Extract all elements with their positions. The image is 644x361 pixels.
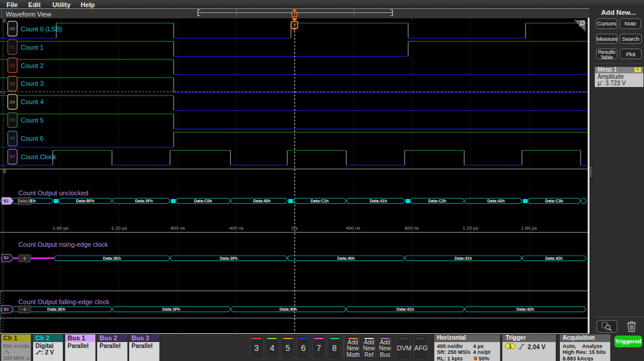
- svg-text:Count 6: Count 6: [21, 135, 44, 142]
- svg-text:Data:C1h: Data:C1h: [310, 199, 329, 203]
- svg-text:D3: D3: [10, 82, 15, 86]
- svg-text:Data:42h: Data:42h: [517, 307, 534, 311]
- svg-text:Data:3Eh: Data:3Eh: [47, 307, 65, 311]
- svg-text:Count Output rising-edge clock: Count Output rising-edge clock: [18, 241, 108, 248]
- svg-text:T: T: [293, 22, 296, 28]
- svg-text:D5: D5: [10, 118, 15, 122]
- svg-text:D2: D2: [10, 63, 15, 67]
- svg-text:B3: B3: [4, 307, 9, 311]
- svg-text:1.60 µs: 1.60 µs: [521, 225, 537, 231]
- svg-text:Data:BFh: Data:BFh: [76, 199, 94, 203]
- svg-text:-1.60 µs: -1.60 µs: [51, 225, 68, 231]
- svg-text:B1: B1: [4, 199, 9, 203]
- svg-text:Data:3Fh: Data:3Fh: [162, 307, 180, 311]
- svg-text:-800 ns: -800 ns: [169, 225, 185, 231]
- svg-text:T: T: [293, 12, 296, 17]
- svg-text:Data:41h: Data:41h: [454, 256, 472, 260]
- svg-text:Data:42h: Data:42h: [487, 199, 505, 203]
- svg-text:Count 0 (LSB): Count 0 (LSB): [21, 25, 62, 33]
- svg-text:400 ns: 400 ns: [346, 225, 360, 231]
- svg-text:Count 4: Count 4: [21, 98, 44, 105]
- svg-text:-1.20 µs: -1.20 µs: [110, 225, 127, 231]
- svg-text:Data:41h: Data:41h: [370, 199, 387, 203]
- svg-text:-400 ns: -400 ns: [228, 225, 244, 231]
- svg-text:Count Output falling-edge cloc: Count Output falling-edge clock: [18, 298, 110, 305]
- svg-text:Count 2: Count 2: [21, 62, 44, 69]
- svg-text:D4: D4: [10, 100, 15, 104]
- svg-text:Count 1: Count 1: [21, 44, 44, 51]
- svg-text:Data:40h: Data:40h: [253, 199, 271, 203]
- svg-text:D7: D7: [10, 154, 15, 159]
- svg-text:Data:42h: Data:42h: [545, 256, 563, 260]
- svg-text:Count Clock: Count Clock: [21, 153, 56, 160]
- svg-text:D0: D0: [10, 27, 15, 31]
- svg-text:Count Output unclocked: Count Output unclocked: [18, 189, 88, 196]
- svg-text:Data:C0h: Data:C0h: [194, 199, 212, 203]
- svg-text:B2: B2: [4, 256, 9, 260]
- svg-text:Data:40h: Data:40h: [337, 256, 355, 260]
- svg-text:0 s: 0 s: [291, 225, 298, 231]
- svg-text:Data:3Fh: Data:3Fh: [220, 256, 238, 260]
- svg-text:Data:41h: Data:41h: [396, 307, 414, 311]
- svg-text:Data:3Eh: Data:3Eh: [18, 199, 36, 203]
- svg-text:C.2: C.2: [1, 91, 6, 94]
- svg-text:Data:C3h: Data:C3h: [545, 199, 563, 203]
- svg-text:Data:3Eh: Data:3Eh: [103, 256, 121, 260]
- svg-text:800 ns: 800 ns: [405, 225, 419, 231]
- svg-text:Count 5: Count 5: [21, 117, 44, 124]
- svg-text:Count 3: Count 3: [21, 80, 44, 87]
- svg-text:Data:C2h: Data:C2h: [428, 199, 447, 203]
- svg-text:Data:3Fh: Data:3Fh: [135, 199, 153, 203]
- svg-text:D6: D6: [10, 136, 15, 140]
- svg-text:D1: D1: [10, 45, 15, 49]
- svg-text:Data:40h: Data:40h: [280, 307, 297, 311]
- svg-text:1.20 µs: 1.20 µs: [463, 225, 478, 231]
- svg-text:U: U: [474, 356, 477, 360]
